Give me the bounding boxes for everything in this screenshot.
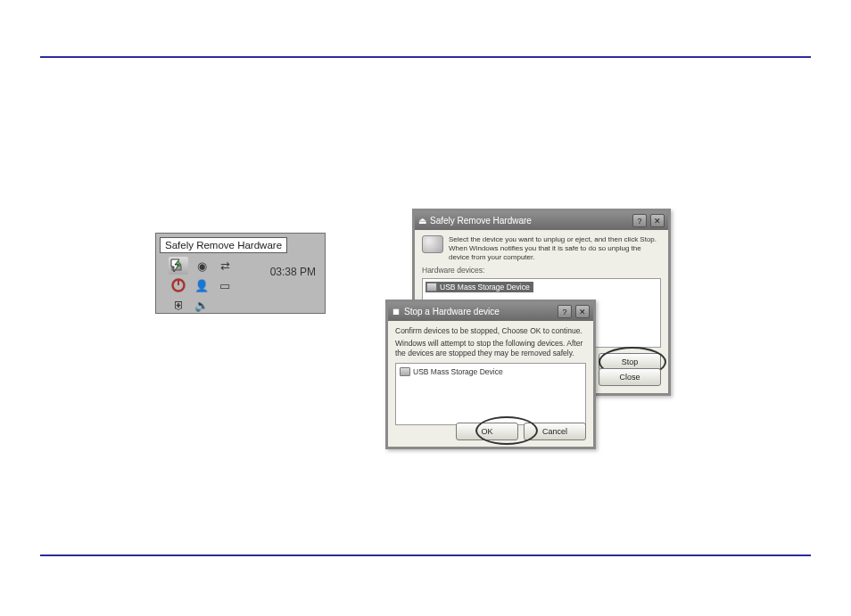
- list-item[interactable]: USB Mass Storage Device: [399, 366, 507, 377]
- tray-icon-grid: ◉ ⇄ 👤 ▭ ⛨ 🔈: [169, 257, 235, 314]
- help-button[interactable]: ?: [632, 214, 647, 227]
- dialog-composite: ⏏ Safely Remove Hardware ? ✕ Select the …: [385, 209, 673, 460]
- drive-icon: [426, 283, 437, 292]
- monitor-icon[interactable]: ▭: [215, 276, 235, 294]
- user-icon[interactable]: 👤: [192, 276, 211, 294]
- close-button[interactable]: ✕: [575, 305, 590, 318]
- device-illustration-icon: [422, 235, 443, 253]
- dialog-title: Safely Remove Hardware: [430, 216, 532, 226]
- stop-devices-list[interactable]: USB Mass Storage Device: [395, 363, 586, 425]
- device-name: USB Mass Storage Device: [413, 367, 503, 376]
- safely-remove-hardware-icon[interactable]: [169, 257, 188, 275]
- stop-icon: ⏹: [392, 307, 401, 316]
- shield-icon[interactable]: ⛨: [169, 296, 188, 314]
- safely-remove-tooltip: Safely Remove Hardware: [160, 237, 287, 253]
- close-dialog-button[interactable]: Close: [599, 368, 661, 386]
- hardware-devices-label: Hardware devices:: [422, 266, 661, 275]
- top-divider: [40, 56, 811, 58]
- network-icon[interactable]: ⇄: [215, 257, 235, 275]
- attempt-text: Windows will attempt to stop the followi…: [395, 339, 586, 357]
- dialog-titlebar: ⏏ Safely Remove Hardware ? ✕: [415, 211, 668, 230]
- dialog-instruction-text: Select the device you want to unplug or …: [449, 235, 661, 262]
- cancel-button[interactable]: Cancel: [524, 423, 586, 440]
- power-icon[interactable]: [169, 276, 188, 294]
- ok-button[interactable]: OK: [456, 423, 518, 440]
- svg-rect-2: [178, 279, 179, 285]
- disc-icon[interactable]: ◉: [192, 257, 211, 275]
- list-item[interactable]: USB Mass Storage Device: [426, 282, 533, 292]
- usb-icon: ⏏: [418, 216, 426, 226]
- system-tray-screenshot: Safely Remove Hardware ◉ ⇄ 👤 ▭ ⛨ 🔈 03:38…: [155, 233, 326, 314]
- bottom-divider: [40, 554, 811, 556]
- dialog-titlebar: ⏹ Stop a Hardware device ? ✕: [388, 302, 593, 321]
- help-button[interactable]: ?: [558, 305, 572, 318]
- tray-clock: 03:38 PM: [270, 266, 316, 278]
- volume-icon[interactable]: 🔈: [192, 296, 211, 314]
- device-name: USB Mass Storage Device: [440, 283, 530, 292]
- confirm-text: Confirm devices to be stopped, Choose OK…: [395, 326, 586, 335]
- dialog-title: Stop a Hardware device: [404, 307, 500, 316]
- close-button[interactable]: ✕: [650, 214, 665, 227]
- stop-hardware-device-dialog: ⏹ Stop a Hardware device ? ✕ Confirm dev…: [385, 300, 596, 449]
- drive-icon: [400, 367, 410, 376]
